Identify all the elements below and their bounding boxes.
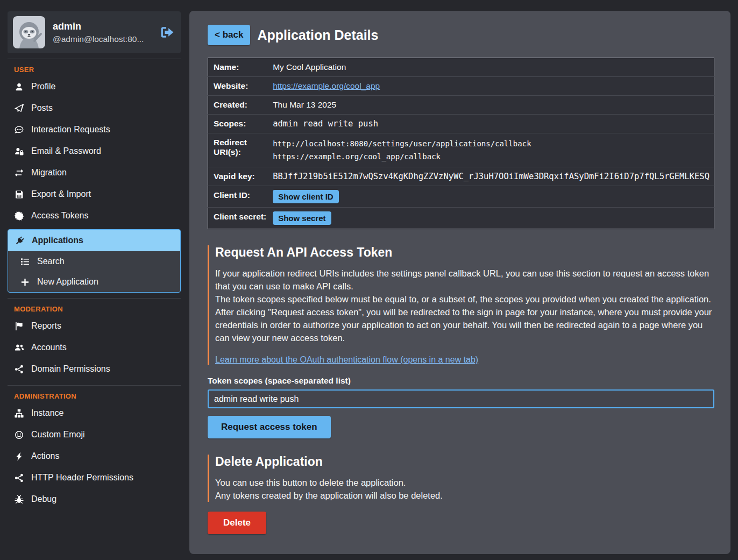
sidebar-item-label: Migration	[31, 168, 67, 178]
sidebar-item-interaction-requests[interactable]: Interaction Requests	[0, 119, 189, 140]
users-icon	[14, 343, 24, 352]
table-row-redirect-uris: Redirect URI(s): http://localhost:8080/s…	[208, 133, 714, 167]
delete-button[interactable]: Delete	[208, 512, 266, 534]
sidebar-item-migration[interactable]: Migration	[0, 162, 189, 183]
sidebar-item-reports[interactable]: Reports	[0, 315, 189, 337]
row-label: Vapid key:	[208, 167, 273, 186]
page-title: Application Details	[257, 27, 378, 43]
user-handle: @admin@localhost:80...	[53, 34, 144, 44]
person-icon	[14, 82, 24, 91]
sidebar-item-label: Actions	[31, 451, 59, 461]
request-access-token-button[interactable]: Request access token	[208, 416, 331, 438]
sidebar-item-applications-search[interactable]: Search	[8, 251, 180, 272]
sidebar-item-new-application[interactable]: New Application	[8, 272, 180, 292]
sidebar-item-label: Search	[37, 257, 65, 266]
paper-plane-icon	[14, 104, 24, 113]
section-paragraph: You can use this button to delete the ap…	[215, 476, 714, 489]
request-token-section: Request An API Access Token If your appl…	[208, 245, 714, 438]
table-row-created: Created: Thu Mar 13 2025	[208, 96, 714, 115]
sidebar-item-http-header-permissions[interactable]: HTTP Header Permissions	[0, 467, 189, 488]
token-scopes-input[interactable]	[208, 389, 714, 408]
show-client-id-button[interactable]: Show client ID	[273, 190, 339, 203]
divider	[8, 385, 181, 386]
sidebar-item-export-import[interactable]: Export & Import	[0, 183, 189, 205]
sidebar-item-posts[interactable]: Posts	[0, 97, 189, 119]
table-row-scopes: Scopes: admin read write push	[208, 115, 714, 133]
user-lock-icon	[14, 147, 24, 156]
sidebar-item-label: Export & Import	[31, 189, 91, 199]
table-row-name: Name: My Cool Application	[208, 58, 714, 77]
row-value: http://localhost:8080/settings/user/appl…	[273, 133, 714, 167]
row-label: Created:	[208, 96, 273, 115]
row-label: Scopes:	[208, 115, 273, 133]
sidebar-item-label: Interaction Requests	[31, 125, 110, 134]
delete-application-section: Delete Application You can use this butt…	[208, 455, 714, 534]
sidebar: admin @admin@localhost:80... USER Profil…	[0, 0, 189, 560]
token-scopes-label: Token scopes (space-separated list)	[208, 376, 714, 386]
avatar	[13, 16, 45, 48]
sidebar-item-custom-emoji[interactable]: Custom Emoji	[0, 424, 189, 445]
row-label: Client ID:	[208, 186, 273, 208]
sidebar-section-moderation: MODERATION	[14, 305, 189, 313]
sidebar-item-accounts[interactable]: Accounts	[0, 337, 189, 358]
row-label: Client secret:	[208, 208, 273, 229]
section-paragraph: The token scopes specified below must be…	[215, 293, 714, 306]
logout-icon[interactable]	[160, 25, 174, 39]
website-link[interactable]: https://example.org/cool_app	[273, 81, 380, 90]
share-nodes-icon	[14, 473, 24, 483]
sidebar-item-actions[interactable]: Actions	[0, 445, 189, 467]
user-card[interactable]: admin @admin@localhost:80...	[8, 11, 181, 53]
table-row-website: Website: https://example.org/cool_app	[208, 77, 714, 96]
divider	[8, 59, 181, 59]
sidebar-item-profile[interactable]: Profile	[0, 76, 189, 97]
row-value: My Cool Application	[273, 58, 714, 77]
row-value: admin read write push	[273, 115, 714, 133]
section-paragraph: If your application redirect URIs includ…	[215, 267, 714, 293]
redirect-uri: http://localhost:8080/settings/user/appl…	[273, 137, 709, 150]
main-panel: < back Application Details Name: My Cool…	[189, 11, 730, 554]
sidebar-item-label: HTTP Header Permissions	[31, 473, 133, 483]
section-title: Delete Application	[215, 455, 714, 469]
sidebar-item-label: Email & Password	[31, 146, 101, 156]
sidebar-item-debug[interactable]: Debug	[0, 488, 189, 510]
row-value: BBJffJ219b5iE512m7wQSzv4KgKDhgZZVzNyWC_r…	[273, 167, 714, 186]
redirect-uri: https://example.org/cool_app/callback	[273, 150, 709, 163]
user-display-name: admin	[53, 21, 144, 32]
delete-description: Delete Application You can use this butt…	[208, 455, 714, 502]
comment-dots-icon	[14, 125, 24, 134]
bolt-icon	[14, 452, 24, 461]
table-row-vapid-key: Vapid key: BBJffJ219b5iE512m7wQSzv4KgKDh…	[208, 167, 714, 186]
sidebar-item-label: Posts	[31, 103, 53, 113]
user-meta: admin @admin@localhost:80...	[53, 21, 144, 44]
sidebar-item-label: Accounts	[31, 343, 67, 352]
page-header: < back Application Details	[208, 25, 714, 45]
sidebar-section-administration: ADMINISTRATION	[14, 392, 189, 400]
divider	[8, 298, 181, 299]
sidebar-section-user: USER	[14, 66, 189, 74]
certificate-icon	[14, 211, 24, 221]
sitemap-icon	[14, 409, 24, 418]
section-title: Request An API Access Token	[215, 245, 714, 260]
floppy-disk-icon	[14, 190, 24, 199]
table-row-client-id: Client ID: Show client ID	[208, 186, 714, 208]
sidebar-item-applications[interactable]: Applications	[8, 230, 180, 251]
show-secret-button[interactable]: Show secret	[273, 211, 331, 225]
sidebar-item-label: Custom Emoji	[31, 430, 85, 440]
oauth-docs-link[interactable]: Learn more about the OAuth authenticatio…	[215, 355, 478, 365]
face-smile-icon	[14, 430, 24, 440]
sidebar-item-instance[interactable]: Instance	[0, 402, 189, 424]
sidebar-item-email-password[interactable]: Email & Password	[0, 140, 189, 162]
sidebar-item-access-tokens[interactable]: Access Tokens	[0, 205, 189, 226]
application-details-table: Name: My Cool Application Website: https…	[208, 58, 714, 229]
request-token-description: Request An API Access Token If your appl…	[208, 245, 714, 365]
back-button[interactable]: < back	[208, 25, 250, 45]
bug-icon	[14, 495, 24, 504]
table-row-client-secret: Client secret: Show secret	[208, 208, 714, 229]
main-area: < back Application Details Name: My Cool…	[189, 0, 738, 560]
plug-icon	[15, 236, 25, 245]
sidebar-item-domain-permissions[interactable]: Domain Permissions	[0, 358, 189, 380]
flag-icon	[14, 322, 24, 331]
row-value: Thu Mar 13 2025	[273, 96, 714, 115]
sidebar-item-label: Instance	[31, 408, 63, 418]
sidebar-item-label: New Application	[37, 277, 98, 287]
